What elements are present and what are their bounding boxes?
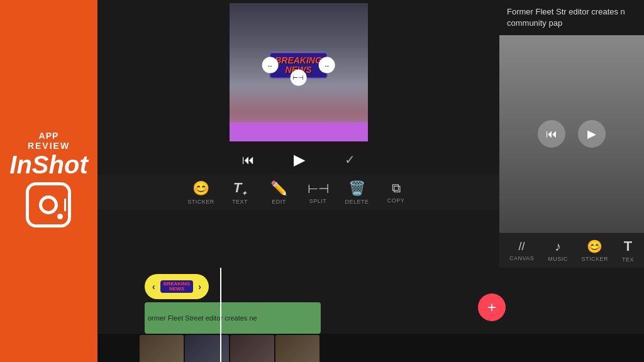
split-tool[interactable]: ⊢⊣ SPLIT [303, 181, 334, 204]
camera-lens [39, 195, 58, 214]
thumbnail-2 [185, 335, 229, 362]
clip-sticker-text: BREAKINGNEWS [164, 282, 191, 292]
timeline-area: ‹ BREAKINGNEWS › ormer Fleet Street edit… [97, 268, 644, 362]
video-timeline-clip[interactable]: ormer Fleet Street editor creates ne [145, 302, 321, 334]
video-background: × BREAKINGNEWS ⊢⊣ ↔ ↔ [230, 3, 368, 141]
edit-tool[interactable]: ✏️ EDIT [264, 180, 295, 205]
skip-back-button[interactable]: ⏮ [242, 153, 255, 167]
copy-label: COPY [387, 197, 405, 204]
purple-bar [230, 123, 368, 141]
canvas-icon: // [519, 240, 525, 253]
text-tool[interactable]: T✦ TEXT [225, 180, 256, 205]
sticker-handle-right[interactable]: ↔ [319, 57, 335, 74]
confirm-button[interactable]: ✓ [345, 152, 355, 167]
right-sticker-icon: 😊 [587, 239, 602, 254]
right-play-btn[interactable]: ▶ [578, 120, 606, 148]
right-sticker-label: STICKER [582, 256, 609, 262]
delete-label: DELETE [345, 199, 369, 205]
sticker-label: STICKER [187, 199, 214, 205]
copy-tool[interactable]: ⧉ COPY [380, 181, 412, 204]
right-skip-back-btn[interactable]: ⏮ [538, 120, 565, 148]
music-tool[interactable]: ♪ MUSIC [548, 239, 568, 262]
text-label: TEXT [232, 199, 248, 205]
right-preview-area: Former Fleet Str editor creates n commun… [499, 0, 644, 233]
video-preview: × BREAKINGNEWS ⊢⊣ ↔ ↔ [230, 3, 368, 141]
sticker-handle-bottom[interactable]: ⊢⊣ [290, 69, 306, 85]
sidebar: APP REVIEW InShot [0, 0, 97, 362]
playback-controls: ⏮ ▶ ✓ [230, 145, 368, 175]
inshot-text: InShot [9, 153, 87, 176]
top-area: × BREAKINGNEWS ⊢⊣ ↔ ↔ ⏮ ▶ ✓ [97, 0, 644, 268]
right-text-tool[interactable]: T TEX [622, 238, 634, 263]
camera-dot [57, 214, 63, 219]
timeline-scrubber [220, 268, 221, 362]
music-label: MUSIC [548, 256, 568, 262]
camera-line [64, 199, 68, 211]
app-label: APP [39, 131, 59, 141]
sticker-tool[interactable]: 😊 STICKER [186, 180, 217, 205]
video-track: ormer Fleet Street editor creates ne [97, 302, 644, 334]
sticker-track: ‹ BREAKINGNEWS › [97, 271, 644, 302]
inshot-logo: APP REVIEW InShot [9, 131, 87, 231]
canvas-label: CANVAS [509, 255, 534, 261]
app-review-label: APP REVIEW [28, 131, 70, 151]
split-label: SPLIT [309, 198, 327, 204]
center-preview: × BREAKINGNEWS ⊢⊣ ↔ ↔ ⏮ ▶ ✓ [97, 0, 499, 268]
editing-toolbar: 😊 STICKER T✦ TEXT ✏️ EDIT ⊢⊣ SPLIT 🗑️ [97, 175, 499, 210]
delete-tool[interactable]: 🗑️ DELETE [341, 180, 373, 205]
thumbnail-strip [97, 334, 644, 362]
thumbnail-4 [275, 335, 319, 362]
sticker-handle-left[interactable]: ↔ [262, 57, 278, 74]
right-sticker-tool[interactable]: 😊 STICKER [582, 239, 609, 262]
video-clip-label: ormer Fleet Street editor creates ne [148, 314, 257, 322]
right-preview-bg: Former Fleet Str editor creates n commun… [499, 0, 644, 233]
split-icon: ⊢⊣ [308, 181, 329, 196]
delete-icon: 🗑️ [348, 180, 365, 197]
right-panel: Former Fleet Str editor creates n commun… [499, 0, 644, 268]
music-icon: ♪ [555, 239, 561, 254]
sticker-icon: 😊 [192, 180, 209, 197]
clip-left-arrow[interactable]: ‹ [152, 282, 155, 292]
clip-right-arrow[interactable]: › [198, 282, 201, 292]
right-toolbar: // CANVAS ♪ MUSIC 😊 STICKER T TEX [499, 233, 644, 268]
thumbnail-3 [230, 335, 274, 362]
canvas-tool[interactable]: // CANVAS [509, 240, 534, 261]
thumbnail-1 [140, 335, 184, 362]
main-content: × BREAKINGNEWS ⊢⊣ ↔ ↔ ⏮ ▶ ✓ [97, 0, 644, 362]
right-video-area: ⏮ ▶ [499, 35, 644, 233]
play-button[interactable]: ▶ [294, 151, 305, 168]
text-icon: T✦ [233, 180, 247, 197]
right-text-label: TEX [622, 256, 634, 263]
camera-icon [26, 182, 71, 228]
right-text-icon: T [624, 238, 632, 255]
right-info-text: Former Fleet Str editor creates n commun… [499, 0, 644, 35]
edit-label: EDIT [272, 199, 286, 205]
sticker-timeline-clip[interactable]: ‹ BREAKINGNEWS › [145, 274, 209, 299]
breaking-news-sticker[interactable]: BREAKINGNEWS ⊢⊣ ↔ ↔ [269, 52, 328, 79]
add-clip-button[interactable]: + [478, 293, 506, 321]
review-label: REVIEW [28, 141, 70, 151]
edit-icon: ✏️ [270, 180, 287, 197]
clip-sticker-content: BREAKINGNEWS [160, 280, 194, 293]
copy-icon: ⧉ [392, 181, 401, 195]
